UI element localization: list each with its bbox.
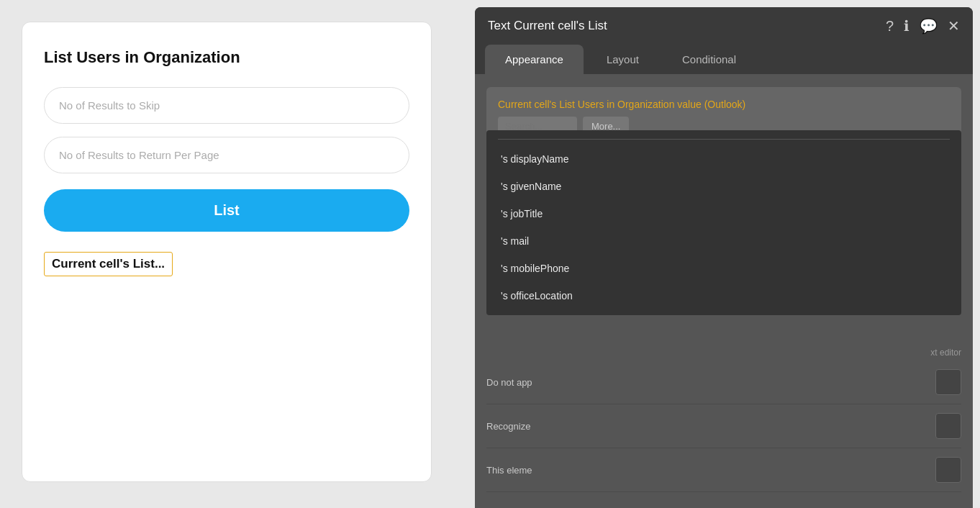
property-label-0: Do not app [486, 377, 532, 388]
property-control-2[interactable] [935, 457, 961, 483]
property-rows: xt editor Do not app Recognize This elem… [486, 348, 961, 492]
results-per-page-input[interactable] [44, 137, 409, 173]
xt-editor-label: xt editor [486, 348, 961, 358]
skip-results-input[interactable] [44, 87, 409, 124]
dropdown-overlay: 's displayName 's givenName 's jobTitle … [486, 130, 961, 315]
property-control-1[interactable] [935, 413, 961, 439]
property-control-0[interactable] [935, 369, 961, 395]
card-title: List Users in Organization [44, 48, 409, 67]
left-panel: List Users in Organization List Current … [0, 0, 475, 508]
property-row-0: Do not app [486, 360, 961, 404]
tab-layout[interactable]: Layout [586, 45, 659, 74]
property-label-1: Recognize [486, 421, 530, 432]
dropdown-item-1[interactable]: 's givenName [486, 173, 961, 200]
dropdown-item-5[interactable]: 's officeLocation [486, 282, 961, 309]
info-icon[interactable]: ℹ [904, 17, 909, 35]
dropdown-item-3[interactable]: 's mail [486, 227, 961, 255]
panel-body: Current cell's List Users in Organizatio… [475, 74, 973, 508]
right-panel: Text Current cell's List ? ℹ 💬 ✕ Appeara… [475, 7, 973, 508]
help-icon[interactable]: ? [886, 18, 894, 35]
panel-header: Text Current cell's List ? ℹ 💬 ✕ [475, 7, 973, 45]
tabs-bar: Appearance Layout Conditional [475, 45, 973, 74]
property-row-2: This eleme [486, 448, 961, 492]
current-cell-label[interactable]: Current cell's List... [44, 252, 173, 276]
header-icons: ? ℹ 💬 ✕ [886, 17, 960, 35]
property-row-1: Recognize [486, 404, 961, 448]
dropdown-item-0[interactable]: 's displayName [486, 145, 961, 173]
close-icon[interactable]: ✕ [948, 17, 960, 35]
dropdown-item-4[interactable]: 's mobilePhone [486, 255, 961, 282]
list-button[interactable]: List [44, 189, 409, 232]
expression-text: Current cell's List Users in Organizatio… [498, 97, 950, 112]
tab-conditional[interactable]: Conditional [662, 45, 756, 74]
expression-box: Current cell's List Users in Organizatio… [486, 87, 961, 146]
card: List Users in Organization List Current … [22, 22, 432, 482]
property-label-2: This eleme [486, 465, 532, 476]
dropdown-divider [498, 139, 950, 140]
panel-title: Text Current cell's List [488, 19, 607, 33]
dropdown-item-2[interactable]: 's jobTitle [486, 200, 961, 227]
comment-icon[interactable]: 💬 [920, 17, 938, 35]
tab-appearance[interactable]: Appearance [485, 45, 584, 74]
